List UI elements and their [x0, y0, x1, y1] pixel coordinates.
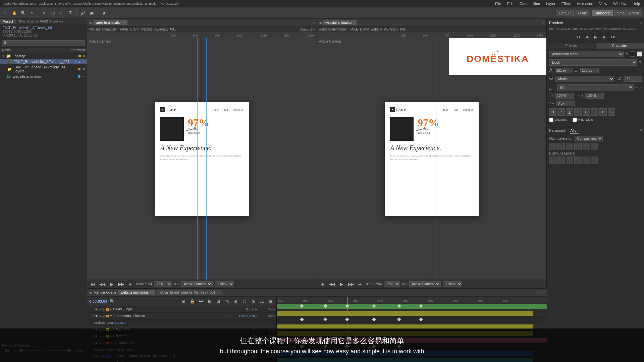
preview-last-btn[interactable]: ⏭ — [609, 33, 617, 41]
comp-panel-menu-left[interactable]: ≡ — [313, 21, 315, 24]
align-panel-menu[interactable]: ≡ — [640, 128, 642, 134]
align-vcenter-btn[interactable]: ⬛ — [583, 143, 590, 150]
workspace-small-screen[interactable]: Small Screen — [614, 10, 642, 16]
align-left-btn[interactable]: ⬛ — [549, 143, 556, 150]
menu-edit[interactable]: Edit — [506, 1, 515, 6]
layer-audio-1[interactable]: ▲ — [99, 308, 102, 311]
timeline-solo-btn[interactable]: ◉ — [180, 298, 187, 305]
mask-tool[interactable]: ⬡ — [49, 9, 57, 17]
puppet-tool[interactable]: ♟ — [100, 9, 108, 17]
timeline-shy-btn[interactable]: 🕶 — [197, 298, 205, 305]
timeline-effects-btn[interactable]: fx — [223, 298, 231, 305]
preview-prev-btn[interactable]: ◀ — [583, 33, 591, 41]
dist-vcenter-btn[interactable]: ⬛ — [583, 157, 590, 164]
char-smallcaps-btn[interactable]: Tₜ — [591, 108, 598, 116]
char-font-edit-icon[interactable]: ✎ — [625, 52, 629, 56]
comp-frame-back-left[interactable]: ◀◀ — [99, 281, 106, 288]
layer-name-2[interactable]: top menu selection — [117, 314, 224, 318]
align-target-select[interactable]: Composition — [575, 136, 603, 141]
tree-item-comp[interactable]: 🎞 website animation ≡ — [0, 74, 87, 79]
layer-audio-2[interactable]: ▲ — [99, 314, 102, 318]
timeline-motion-blur-btn[interactable]: ◎ — [241, 298, 248, 305]
timeline-adjust-btn[interactable]: ⊗ — [250, 298, 257, 305]
comp-play-btn-right[interactable]: ⏮ — [319, 281, 326, 288]
breadcrumb-child-right[interactable]: FAKE_Brand_website_AE-ready_001 — [350, 27, 406, 31]
char-ligatures-checkbox[interactable] — [549, 118, 553, 122]
comp-tab-website-animation-right[interactable]: website animation × — [323, 20, 357, 25]
menu-animation[interactable]: Animation — [576, 1, 595, 6]
layer-effects-1[interactable]: fx — [255, 308, 257, 311]
char-hscale-input[interactable] — [585, 93, 604, 99]
char-font-select[interactable]: Antarctican Mono — [549, 51, 624, 57]
char-italic-btn[interactable]: I — [557, 108, 565, 116]
char-superscript-btn[interactable]: T² — [599, 108, 607, 116]
search-input[interactable] — [2, 40, 85, 46]
layer-parent-1[interactable]: None — [258, 308, 275, 311]
layer-eye-2[interactable]: 👁 — [95, 314, 98, 318]
char-px-select[interactable]: px — [557, 84, 634, 90]
timeline-collapse-btn[interactable]: ⊞ — [206, 298, 213, 305]
pen-tool[interactable]: ✏ — [41, 9, 48, 17]
tab-effects-controls[interactable]: Effect Controls: FAKE_Brand_we — [16, 19, 66, 24]
comp-viewport-left[interactable]: Active Camera ✕ FAKE fake fun — [87, 38, 317, 280]
brush-tool[interactable]: 🖌 — [79, 9, 87, 17]
comp-viewport-right[interactable]: Active Camera ✕ FAKE fake fun — [317, 38, 546, 280]
hand-tool[interactable]: ✋ — [11, 9, 18, 17]
layer-switch-2a[interactable]: ⊞ — [225, 314, 227, 318]
char-underline-btn[interactable]: T — [566, 108, 573, 116]
comp-end-right[interactable]: ⏭ — [357, 281, 364, 288]
layer-eye-1[interactable]: 👁 — [95, 308, 98, 311]
char-strikethrough-btn[interactable]: T̶ — [574, 108, 582, 116]
comp-frame-fwd-left[interactable]: ▶▶ — [117, 281, 125, 288]
comp-views-select-right[interactable]: 1 View — [443, 281, 462, 287]
menu-composition[interactable]: Composition — [518, 1, 541, 6]
char-style-select[interactable]: Book — [549, 59, 637, 66]
char-font-size-input[interactable] — [555, 68, 573, 73]
text-tool[interactable]: T — [67, 9, 74, 17]
tree-item-footage-2[interactable]: 📁 FAKE_Br...ebsite_AE-ready_001 Layers ≡ — [0, 64, 87, 74]
timeline-delete-btn[interactable]: 🗑 — [267, 298, 274, 305]
tab-character[interactable]: Character — [596, 43, 644, 49]
preview-first-btn[interactable]: ⏮ — [575, 33, 582, 41]
menu-view[interactable]: View — [598, 1, 609, 6]
shape-tool[interactable]: □ — [58, 9, 65, 17]
workspace-standard[interactable]: Standard — [592, 10, 613, 16]
comp-end-left[interactable]: ⏭ — [127, 281, 134, 288]
timeline-3d-btn[interactable]: 3D — [258, 298, 266, 305]
tree-item-footage-1[interactable]: 🎬 FAKE_Br...website_AE-ready_001 1 ≡ — [0, 59, 87, 64]
comp-tab-close-left[interactable]: × — [123, 21, 125, 24]
comp-play-left[interactable]: ▶ — [108, 281, 115, 288]
dist-left-btn[interactable]: ⬛ — [549, 157, 556, 164]
breadcrumb-root-left[interactable]: website animation — [89, 27, 116, 31]
align-align-tab[interactable]: Align — [570, 128, 578, 134]
align-hcenter-btn[interactable]: ⬛ — [557, 143, 565, 150]
comp-view-select-right[interactable]: Active Camera — [409, 281, 441, 287]
workspace-default[interactable]: Default — [556, 10, 574, 16]
char-subscript-btn[interactable]: T₂ — [608, 108, 615, 116]
rotate-tool[interactable]: ↻ — [28, 9, 36, 17]
comp-tab-close-right[interactable]: × — [353, 21, 355, 24]
char-kerning-select[interactable]: Metric — [555, 76, 615, 82]
workspace-learn[interactable]: Learn — [575, 10, 590, 16]
dist-bottom-btn[interactable]: ⬛ — [591, 157, 598, 164]
layer-expand-2[interactable]: ▼ — [110, 314, 112, 317]
align-top-btn[interactable]: ⬛ — [574, 143, 582, 150]
char-leading-input[interactable] — [580, 68, 599, 73]
tab-presets[interactable]: Presets — [547, 43, 596, 49]
comp-panel-menu-right[interactable]: ≡ — [543, 21, 544, 24]
timeline-quality-btn[interactable]: ⊡ — [215, 298, 222, 305]
timeline-panel-menu[interactable]: ≡ — [543, 291, 545, 294]
comp-views-select-left[interactable]: 1 View — [215, 281, 234, 287]
layer-solo-2[interactable]: ◎ — [102, 314, 105, 318]
char-color-swatch-2[interactable] — [637, 51, 642, 57]
menu-help[interactable]: Help — [631, 1, 641, 6]
comp-frame-back-right[interactable]: ◀◀ — [328, 281, 336, 288]
dist-hcenter-btn[interactable]: ⬛ — [557, 157, 565, 164]
timeline-search-btn[interactable]: 🔍 — [109, 298, 116, 305]
menu-effect[interactable]: Effect — [560, 1, 572, 6]
breadcrumb-root-right[interactable]: website animation — [319, 27, 346, 31]
tree-item-footage-folder[interactable]: ▼ 📁 Footage ≡ — [0, 53, 87, 59]
select-tool[interactable]: ↖ — [2, 9, 9, 17]
timeline-blend-btn[interactable]: ⊕ — [232, 298, 239, 305]
preview-next-btn[interactable]: ▶ — [601, 33, 608, 41]
